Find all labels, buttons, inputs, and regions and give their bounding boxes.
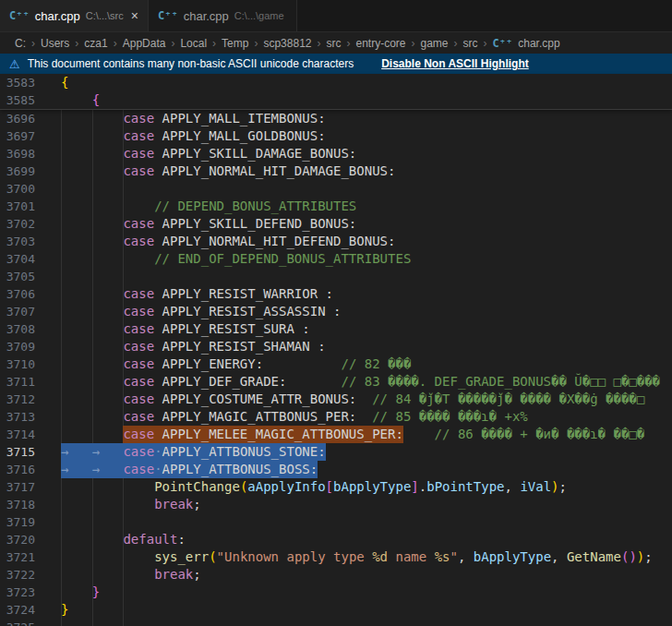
code-line-content: case APPLY_MELEE_MAGIC_ATTBONUS_PER: // … [50, 426, 672, 443]
breadcrumb-file[interactable]: char.cpp [518, 37, 559, 50]
code-line-content: } [50, 601, 672, 619]
code-line-content [50, 619, 672, 626]
line-number: 3723 [0, 584, 50, 601]
breadcrumb-item[interactable]: entry-core [355, 37, 405, 50]
code-token: ( [240, 478, 247, 496]
code-token: ; [559, 478, 567, 496]
breadcrumb-item[interactable]: Local [180, 37, 207, 50]
code-line[interactable]: 3717 PointChange(aApplyInfo[bApplyType].… [0, 478, 672, 496]
code-line[interactable]: 3719 [0, 513, 672, 531]
line-number: 3700 [0, 180, 50, 198]
code-line[interactable]: 3697 case APPLY_MALL_GOLDBONUS: [0, 127, 672, 145]
code-token: case [123, 110, 154, 127]
code-line[interactable]: 3716→ → case·APPLY_ATTBONUS_BOSS: [0, 461, 672, 478]
code-token [61, 531, 123, 548]
code-line[interactable]: 3722 break; [0, 566, 672, 584]
code-line[interactable]: 3705 [0, 268, 672, 285]
breadcrumb-item[interactable]: game [421, 37, 449, 50]
code-line[interactable]: 3709 case APPLY_RESIST_SHAMAN : [0, 338, 672, 355]
code-token: case [123, 163, 154, 180]
code-line[interactable]: 3721 sys_err("Unknown apply type %d name… [0, 548, 672, 566]
breadcrumb-item[interactable]: Temp [222, 37, 248, 50]
code-token: · [154, 443, 162, 461]
line-number: 3713 [0, 408, 50, 426]
code-token: APPLY_MALL_ITEMBONUS: [154, 110, 325, 127]
line-number: 3725 [0, 619, 50, 626]
line-number: 3585 [0, 91, 50, 109]
breadcrumb-item[interactable]: cza1 [84, 37, 107, 50]
code-line-content: { [50, 74, 672, 91]
code-token: case [123, 127, 154, 145]
code-line[interactable]: 3714 case APPLY_MELEE_MAGIC_ATTBONUS_PER… [0, 426, 672, 443]
code-line[interactable]: 3710 case APPLY_ENERGY: // 82 ��� [0, 355, 672, 373]
code-line[interactable]: 3712 case APPLY_COSTUME_ATTR_BONUS: // 8… [0, 391, 672, 408]
sticky-scroll: 3583{3585 { [0, 74, 672, 110]
line-number: 3697 [0, 127, 50, 145]
code-line[interactable]: 3698 case APPLY_SKILL_DAMAGE_BONUS: [0, 145, 672, 163]
code-line[interactable]: 3703 case APPLY_NORMAL_HIT_DEFEND_BONUS: [0, 233, 672, 250]
breadcrumb-separator: › [171, 37, 174, 50]
tab-label: char.cpp [184, 9, 229, 23]
line-number: 3696 [0, 110, 50, 127]
code-token: APPLY_RESIST_SURA : [154, 320, 310, 338]
code-line[interactable]: 3713 case APPLY_MAGIC_ATTBONUS_PER: // 8… [0, 408, 672, 426]
code-line[interactable]: 3715→ → case·APPLY_ATTBONUS_STONE: [0, 443, 672, 461]
breadcrumb-item[interactable]: C: [15, 37, 26, 50]
tab-char-cpp-game[interactable]: C⁺⁺ char.cpp C:\...\game [149, 0, 297, 31]
breadcrumb-item[interactable]: src [463, 37, 478, 50]
code-line[interactable]: 3724} [0, 601, 672, 619]
code-token: // 86 ���� + �и� ���ɿ� ��□� [435, 426, 645, 443]
code-line[interactable]: 3708 case APPLY_RESIST_SURA : [0, 320, 672, 338]
code-line[interactable]: 3700 [0, 180, 672, 198]
code-line[interactable]: 3704 // END_OF_DEPEND_BONUS_ATTRIBUTES [0, 250, 672, 268]
line-number: 3707 [0, 303, 50, 320]
code-line-content: case APPLY_ENERGY: // 82 ��� [50, 355, 672, 373]
code-line-content: } [50, 584, 672, 601]
code-editor[interactable]: 3583{3585 { 3696 case APPLY_MALL_ITEMBON… [0, 74, 672, 626]
breadcrumb-item[interactable]: src [326, 37, 341, 50]
code-line[interactable]: 3718 break; [0, 496, 672, 513]
code-line-content: case APPLY_SKILL_DEFEND_BONUS: [50, 215, 672, 233]
breadcrumb-separator: › [454, 37, 458, 50]
line-number: 3706 [0, 285, 50, 303]
breadcrumb: C:›Users›cza1›AppData›Local›Temp›scp3881… [0, 32, 672, 54]
code-line[interactable]: 3723 } [0, 584, 672, 601]
code-line[interactable]: 3711 case APPLY_DEF_GRADE: // 83 ����. D… [0, 373, 672, 391]
line-number: 3720 [0, 531, 50, 548]
code-token [61, 303, 123, 320]
code-line[interactable]: 3707 case APPLY_RESIST_ASSASSIN : [0, 303, 672, 320]
code-line[interactable]: 3583{ [0, 74, 672, 91]
disable-non-ascii-highlight-link[interactable]: Disable Non ASCII Highlight [381, 57, 529, 70]
cpp-file-icon: C⁺⁺ [9, 9, 30, 22]
code-line[interactable]: 3696 case APPLY_MALL_ITEMBONUS: [0, 110, 672, 127]
code-line-content [50, 513, 672, 531]
line-number: 3702 [0, 215, 50, 233]
code-token: bApplyType [474, 548, 551, 566]
breadcrumb-item[interactable]: Users [41, 37, 69, 50]
tab-char-cpp-src[interactable]: C⁺⁺ char.cpp C:\...\src × [0, 0, 149, 31]
code-line[interactable]: 3701 // DEPEND_BONUS_ATTRIBUTES [0, 198, 672, 215]
code-line[interactable]: 3699 case APPLY_NORMAL_HIT_DAMAGE_BONUS: [0, 163, 672, 180]
code-token [61, 478, 154, 496]
breadcrumb-item[interactable]: AppData [123, 37, 166, 50]
code-token: case [123, 303, 154, 320]
code-line[interactable]: 3720 default: [0, 531, 672, 548]
line-number: 3711 [0, 373, 50, 391]
code-token: case [123, 338, 154, 355]
code-token [61, 233, 123, 250]
code-token: ) [629, 548, 636, 566]
code-token: PointChange [154, 478, 240, 496]
code-token: · [154, 461, 162, 478]
breadcrumb-item[interactable]: scp38812 [263, 37, 311, 50]
code-token: [ [326, 478, 333, 496]
breadcrumb-separator: › [484, 37, 487, 50]
code-token: // DEPEND_BONUS_ATTRIBUTES [154, 198, 356, 215]
code-line[interactable]: 3706 case APPLY_RESIST_WARRIOR : [0, 285, 672, 303]
close-icon[interactable]: × [131, 9, 138, 22]
code-token [61, 91, 92, 109]
code-line[interactable]: 3585 { [0, 91, 672, 109]
code-line-content: case APPLY_SKILL_DAMAGE_BONUS: [50, 145, 672, 163]
code-token: name [388, 548, 435, 566]
code-line[interactable]: 3725 [0, 619, 672, 626]
code-line[interactable]: 3702 case APPLY_SKILL_DEFEND_BONUS: [0, 215, 672, 233]
